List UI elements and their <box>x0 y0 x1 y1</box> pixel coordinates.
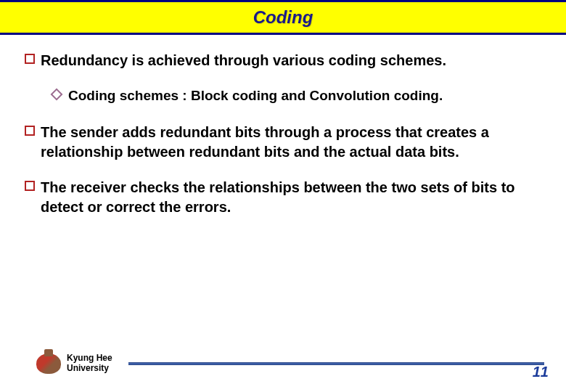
university-name-line2: University <box>67 363 109 373</box>
university-name: Kyung Hee University <box>67 354 112 374</box>
bullet-item: The sender adds redundant bits through a… <box>25 123 541 162</box>
sub-bullet-text: Coding schemes : Block coding and Convol… <box>68 86 443 105</box>
university-logo-icon <box>36 354 61 374</box>
diamond-bullet-icon <box>51 89 63 101</box>
bullet-item: The receiver checks the relationships be… <box>25 178 541 217</box>
footer-divider <box>128 362 544 365</box>
bullet-text: The receiver checks the relationships be… <box>41 178 541 217</box>
square-bullet-icon <box>25 54 35 64</box>
university-name-line1: Kyung Hee <box>67 353 112 363</box>
square-bullet-icon <box>25 126 35 136</box>
page-number: 11 <box>533 364 549 380</box>
square-bullet-icon <box>25 181 35 191</box>
footer: Kyung Hee University 11 <box>0 346 566 382</box>
bullet-text: Redundancy is achieved through various c… <box>41 51 446 70</box>
slide-title: Coding <box>253 7 313 28</box>
bullet-text: The sender adds redundant bits through a… <box>41 123 541 162</box>
sub-bullet-item: Coding schemes : Block coding and Convol… <box>52 86 541 105</box>
content-area: Redundancy is achieved through various c… <box>0 35 566 217</box>
bullet-item: Redundancy is achieved through various c… <box>25 51 541 70</box>
title-bar: Coding <box>0 0 566 35</box>
